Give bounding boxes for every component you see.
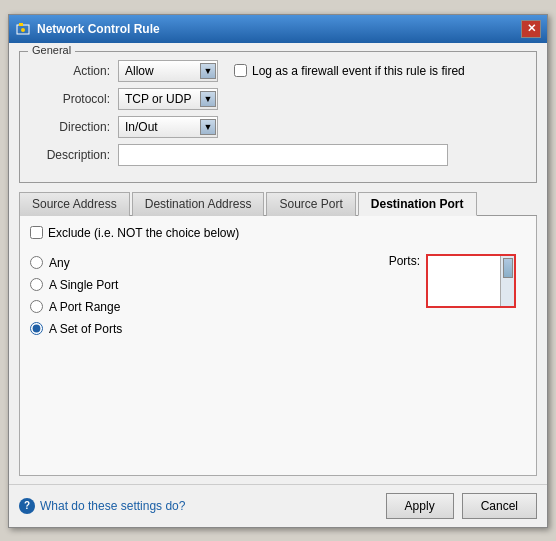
- radio-single-port: A Single Port: [30, 278, 122, 292]
- radio-port-range: A Port Range: [30, 300, 122, 314]
- log-checkbox-wrapper: Log as a firewall event if this rule is …: [234, 64, 465, 78]
- exclude-label: Exclude (i.e. NOT the choice below): [48, 226, 239, 240]
- protocol-row: Protocol: TCP or UDP TCP UDP ICMP ▼: [30, 88, 526, 110]
- description-label: Description:: [30, 148, 110, 162]
- ports-input-wrapper: [426, 254, 516, 308]
- tab-source-port[interactable]: Source Port: [266, 192, 355, 216]
- footer: ? What do these settings do? Apply Cance…: [9, 484, 547, 527]
- radio-single-port-input[interactable]: [30, 278, 43, 291]
- svg-point-2: [21, 28, 25, 32]
- cancel-button[interactable]: Cancel: [462, 493, 537, 519]
- ports-scrollbar[interactable]: [500, 256, 514, 306]
- network-control-rule-window: Network Control Rule ✕ General Action: A…: [8, 14, 548, 528]
- protocol-select[interactable]: TCP or UDP TCP UDP ICMP: [118, 88, 218, 110]
- destination-port-content: Exclude (i.e. NOT the choice below) Any …: [30, 226, 526, 336]
- radio-any: Any: [30, 256, 122, 270]
- ports-label: Ports:: [389, 254, 420, 268]
- apply-button[interactable]: Apply: [386, 493, 454, 519]
- direction-select-wrapper: In/Out In Out ▼: [118, 116, 218, 138]
- title-bar: Network Control Rule ✕: [9, 15, 547, 43]
- tabs-container: Source Address Destination Address Sourc…: [19, 191, 537, 216]
- tab-content: Exclude (i.e. NOT the choice below) Any …: [19, 216, 537, 476]
- radio-any-label: Any: [49, 256, 70, 270]
- action-label: Action:: [30, 64, 110, 78]
- tab-destination-port[interactable]: Destination Port: [358, 192, 477, 216]
- radio-set-of-ports-label: A Set of Ports: [49, 322, 122, 336]
- description-input[interactable]: [118, 144, 448, 166]
- radio-any-input[interactable]: [30, 256, 43, 269]
- protocol-select-wrapper: TCP or UDP TCP UDP ICMP ▼: [118, 88, 218, 110]
- radio-port-range-label: A Port Range: [49, 300, 120, 314]
- window-body: General Action: Allow Block Ask ▼ Log as…: [9, 43, 547, 484]
- window-icon: [15, 21, 31, 37]
- window-title: Network Control Rule: [37, 22, 521, 36]
- action-select[interactable]: Allow Block Ask: [118, 60, 218, 82]
- help-link[interactable]: ? What do these settings do?: [19, 498, 378, 514]
- general-group: General Action: Allow Block Ask ▼ Log as…: [19, 51, 537, 183]
- close-button[interactable]: ✕: [521, 20, 541, 38]
- svg-rect-1: [19, 23, 23, 26]
- protocol-label: Protocol:: [30, 92, 110, 106]
- help-icon: ?: [19, 498, 35, 514]
- log-checkbox-label: Log as a firewall event if this rule is …: [252, 64, 465, 78]
- action-select-wrapper: Allow Block Ask ▼: [118, 60, 218, 82]
- action-row: Action: Allow Block Ask ▼ Log as a firew…: [30, 60, 526, 82]
- help-text: What do these settings do?: [40, 499, 185, 513]
- radio-single-port-label: A Single Port: [49, 278, 118, 292]
- scrollbar-thumb: [503, 258, 513, 278]
- exclude-checkbox[interactable]: [30, 226, 43, 239]
- log-checkbox[interactable]: [234, 64, 247, 77]
- ports-area: Ports:: [389, 254, 516, 308]
- exclude-row: Exclude (i.e. NOT the choice below): [30, 226, 526, 240]
- tab-source-address[interactable]: Source Address: [19, 192, 130, 216]
- direction-select[interactable]: In/Out In Out: [118, 116, 218, 138]
- direction-row: Direction: In/Out In Out ▼: [30, 116, 526, 138]
- radio-set-of-ports: A Set of Ports: [30, 322, 122, 336]
- radio-group: Any A Single Port A Port Range A Se: [30, 256, 122, 336]
- radio-port-range-input[interactable]: [30, 300, 43, 313]
- radio-set-of-ports-input[interactable]: [30, 322, 43, 335]
- description-row: Description:: [30, 144, 526, 166]
- tab-destination-address[interactable]: Destination Address: [132, 192, 265, 216]
- general-legend: General: [28, 44, 75, 56]
- direction-label: Direction:: [30, 120, 110, 134]
